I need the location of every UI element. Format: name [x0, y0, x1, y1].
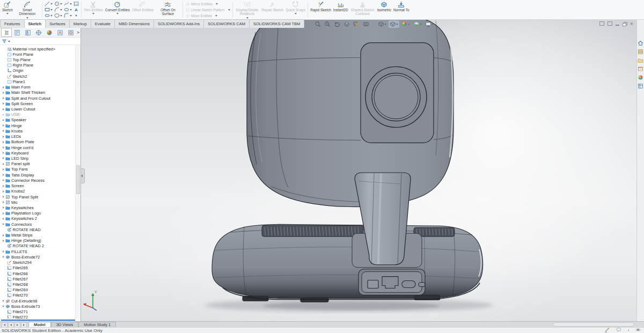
tree-item-sketch294[interactable]: Sketch294 — [0, 260, 76, 265]
tree-item-split-and-front-cutout[interactable]: Split and Front Cutout — [0, 95, 76, 101]
tree-item-hinge-detailing[interactable]: Hinge (Detailing) — [0, 238, 76, 243]
tree-item-hinge-cont-d[interactable]: Hinge cont'd — [0, 145, 76, 150]
design-library-button[interactable] — [638, 48, 644, 55]
cmd-move-entities[interactable]: Move Entities — [185, 13, 230, 18]
edit-appearance-button[interactable] — [400, 20, 411, 28]
window-pane-icon[interactable] — [608, 21, 612, 26]
tool-t-spline[interactable] — [63, 1, 73, 6]
tool-t-ellipse[interactable] — [63, 7, 73, 12]
fm-tab-configuration-manager[interactable] — [23, 28, 33, 37]
cmd-normal-to[interactable]: Normal To — [392, 0, 411, 19]
port-panel[interactable] — [358, 269, 425, 295]
cmd-instant2d[interactable]: Instant2D — [332, 0, 349, 19]
tab-solidworks-add-ins[interactable]: SOLIDWORKS Add-Ins — [153, 19, 203, 28]
expand-caret-icon[interactable] — [3, 174, 4, 176]
cmd-smart-dimension[interactable]: Smart Dimension — [14, 0, 41, 19]
zoom-to-area-button[interactable] — [323, 20, 332, 28]
expand-caret-icon[interactable] — [3, 223, 4, 225]
expand-caret-icon[interactable] — [3, 196, 4, 198]
expand-caret-icon[interactable] — [3, 212, 4, 214]
cmd-offset-entities[interactable]: Offset Entities — [131, 0, 155, 19]
cmd-shaded-sketch-contours[interactable]: Shaded Sketch Contours — [349, 0, 376, 19]
expand-caret-icon[interactable] — [3, 141, 4, 143]
cmd-linear-sketch-pattern[interactable]: Linear Sketch Pattern — [185, 7, 230, 12]
expand-caret-icon[interactable] — [3, 240, 4, 242]
tab-features[interactable]: Features — [0, 19, 24, 28]
window-pane-icon[interactable] — [599, 21, 604, 26]
tab-bar-slider[interactable] — [553, 322, 634, 327]
tree-item-lower-cutout[interactable]: Lower Cutout — [0, 106, 76, 112]
tree-item-rotate-head[interactable]: ROTATE HEAD — [0, 227, 76, 232]
tool-t-slot[interactable] — [44, 13, 54, 18]
zoom-to-fit-button[interactable] — [313, 20, 322, 28]
tree-scrollbar[interactable] — [75, 45, 80, 319]
cmd-display-delete-relations[interactable]: Display/Delete Relations — [234, 0, 261, 19]
tab-solidworks-cam-tbm[interactable]: SOLIDWORKS CAM TBM — [249, 19, 304, 28]
tree-item-fillet270[interactable]: Fillet270 — [0, 293, 76, 298]
fm-tab-property-manager[interactable] — [12, 28, 23, 37]
tab-markup[interactable]: Markup — [69, 19, 91, 28]
apply-scene-button[interactable] — [412, 20, 423, 28]
file-explorer-button[interactable] — [638, 57, 644, 63]
expand-caret-icon[interactable] — [3, 256, 4, 258]
view-palette-button[interactable] — [638, 65, 644, 72]
cmd-repair-sketch[interactable]: Repair Sketch — [261, 0, 285, 19]
fm-tab-overflow[interactable]: > — [77, 30, 79, 35]
tree-item-rotate-head-2[interactable]: ROTATE HEAD 2 — [0, 243, 76, 249]
tree-scrollbar-thumb[interactable] — [76, 165, 80, 194]
tree-item-fillet271[interactable]: Fillet271 — [0, 309, 76, 315]
tree-item-top-fans[interactable]: Top Fans — [0, 167, 76, 172]
tree-item-boss-extrude73[interactable]: Boss-Extrude73 — [0, 304, 76, 309]
view-orientation-button[interactable] — [377, 20, 387, 28]
expand-caret-icon[interactable] — [3, 114, 4, 116]
model-head[interactable] — [247, 19, 453, 207]
tree-item-fillets[interactable]: FILLETS — [0, 249, 76, 254]
tree-item-main-form[interactable]: Main Form — [0, 85, 76, 90]
cmd-quick-snaps[interactable]: Quick Snaps — [284, 0, 306, 19]
cmd-isometric[interactable]: Isometric — [376, 0, 392, 19]
tree-item-knobs[interactable]: Knobs — [0, 128, 76, 134]
tool-t-sfillet[interactable] — [63, 13, 73, 18]
expand-caret-icon[interactable] — [3, 152, 4, 154]
appearances-scenes-button[interactable] — [638, 74, 644, 80]
dynamic-annotation-views-button[interactable] — [352, 20, 361, 28]
expand-caret-icon[interactable] — [3, 168, 4, 171]
expand-caret-icon[interactable] — [3, 190, 4, 193]
tree-item-material-not-specified[interactable]: Material <not specified> — [0, 46, 76, 51]
tree-item-fillet268[interactable]: Fillet268 — [0, 282, 76, 287]
expand-caret-icon[interactable] — [3, 119, 4, 121]
tool-t-rect[interactable] — [44, 7, 54, 12]
featuremanager-splitter[interactable] — [80, 168, 85, 183]
tree-item-led-strip[interactable]: LED Strip — [0, 156, 76, 161]
tree-item-usb[interactable]: USB — [0, 112, 76, 117]
tree-item-fillet265[interactable]: Fillet265 — [0, 265, 76, 271]
tree-item-bottom-plate[interactable]: Bottom Plate — [0, 139, 76, 145]
status-quick-tip-icon[interactable] — [616, 327, 621, 333]
tree-item-screen[interactable]: Screen — [0, 183, 76, 188]
tree-item-sketch2[interactable]: Sketch2 — [0, 73, 76, 79]
tree-item-split-screen[interactable]: Split Screen — [0, 101, 76, 106]
tree-item-tabs-display[interactable]: Tabs Display — [0, 172, 76, 177]
model-base[interactable] — [212, 224, 483, 302]
expand-caret-icon[interactable] — [3, 157, 4, 159]
tool-t-circle[interactable] — [54, 1, 63, 6]
tree-item-cut-extrude98[interactable]: Cut-Extrude98 — [0, 298, 76, 304]
tree-item-plane1[interactable]: Plane1 — [0, 79, 76, 84]
tool-t-text[interactable]: A — [73, 7, 79, 12]
tree-item-fillet266[interactable]: Fillet266 — [0, 271, 76, 276]
cmd-rapid-sketch[interactable]: Rapid Sketch — [309, 0, 332, 19]
home-button[interactable] — [638, 40, 644, 46]
tree-item-connectors[interactable]: Connectors — [0, 221, 76, 227]
tab-mbd-dimensions[interactable]: MBD Dimensions — [114, 19, 153, 28]
tab-surfaces[interactable]: Surfaces — [45, 19, 69, 28]
tree-item-fillet272[interactable]: Fillet272 — [0, 315, 76, 319]
cmd-convert-entities[interactable]: Convert Entities — [104, 0, 131, 19]
tree-item-leds[interactable]: LEDs — [0, 134, 76, 139]
view-settings-button[interactable] — [424, 20, 435, 28]
tool-t-point[interactable] — [73, 13, 79, 18]
tab-solidworks-cam[interactable]: SOLIDWORKS CAM — [203, 19, 249, 28]
expand-caret-icon[interactable] — [3, 97, 4, 99]
expand-caret-icon[interactable] — [3, 102, 4, 105]
fm-tab-cam-operation-tree[interactable] — [65, 28, 76, 37]
tree-item-metal-strips[interactable]: Metal Strips — [0, 232, 76, 238]
